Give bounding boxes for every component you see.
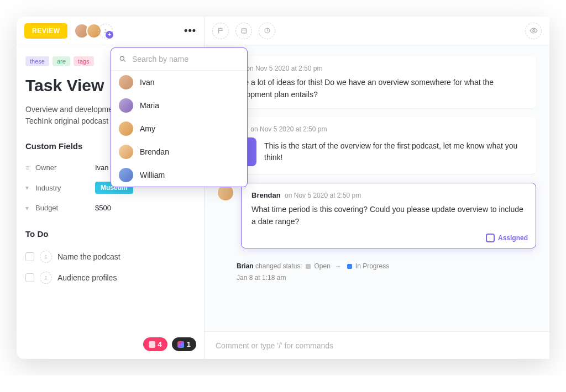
person-option[interactable]: Amy: [111, 117, 247, 140]
text-field-icon: ≡: [25, 164, 35, 172]
status-verb: changed status:: [255, 262, 302, 270]
badge-count: 1: [187, 340, 191, 348]
assignee-avatars: +: [74, 23, 113, 39]
person-name: Maria: [140, 101, 159, 110]
comment-body: I have a lot of ideas for this! Do we ha…: [228, 77, 526, 100]
tag[interactable]: tags: [74, 56, 94, 66]
svg-point-0: [105, 29, 107, 30]
integration-pill[interactable]: 4: [143, 337, 167, 351]
status-to: In Progress: [355, 262, 389, 270]
status-timestamp: Jan 8 at 1:18 am: [237, 274, 286, 282]
tag[interactable]: these: [25, 56, 49, 66]
people-search-dropdown: Ivan Maria Amy Brendan William: [111, 47, 248, 187]
person-option[interactable]: William: [111, 163, 247, 187]
flag-icon: [217, 27, 224, 34]
right-toolbar: [205, 17, 549, 45]
tag[interactable]: are: [53, 56, 70, 66]
review-status-button[interactable]: REVIEW: [24, 23, 67, 39]
field-label: Budget: [35, 204, 95, 212]
comment-card[interactable]: Maria on Nov 5 2020 at 2:50 pm This is t…: [218, 117, 536, 174]
date-button[interactable]: [235, 23, 252, 39]
svg-rect-5: [242, 29, 247, 33]
assigned-label: Assigned: [498, 234, 528, 242]
svg-point-3: [120, 56, 124, 60]
add-assignee-button[interactable]: +: [98, 24, 113, 38]
comment-timestamp: on Nov 5 2020 at 2:50 pm: [250, 125, 327, 133]
time-button[interactable]: [259, 23, 275, 39]
avatar: [119, 98, 133, 113]
checkbox[interactable]: [25, 273, 34, 282]
field-value[interactable]: $500: [95, 204, 111, 212]
status-from: Open: [314, 262, 330, 270]
assigned-comment-card[interactable]: Brendan on Nov 5 2020 at 2:50 pm What ti…: [241, 183, 536, 248]
status-color-icon: [347, 264, 352, 269]
integration-badges: 4 1: [143, 337, 196, 351]
svg-point-2: [45, 276, 47, 278]
eye-icon: [530, 27, 538, 35]
todo-label: Name the podcast: [57, 252, 120, 261]
person-option[interactable]: Ivan: [111, 71, 247, 94]
status-user: Brian: [237, 262, 254, 270]
figma-icon: [177, 341, 184, 348]
arrow-icon: →: [334, 262, 341, 270]
comment-author: Brendan: [251, 191, 281, 199]
comment-body: This is the start of the overview for th…: [264, 140, 526, 164]
plus-icon: +: [106, 31, 113, 39]
person-name: Amy: [140, 124, 155, 133]
person-name: William: [140, 171, 165, 179]
avatar: [119, 75, 133, 89]
dropdown-field-icon: ▾: [25, 184, 35, 192]
field-value[interactable]: Ivan: [95, 163, 109, 172]
comment-card[interactable]: Ivan on Nov 5 2020 at 2:50 pm I have a l…: [218, 56, 536, 108]
search-input[interactable]: [132, 55, 239, 63]
dropdown-field-icon: ▾: [25, 204, 35, 212]
more-menu-button[interactable]: •••: [184, 25, 196, 36]
checkbox-icon: [486, 234, 495, 242]
comment-timestamp: on Nov 5 2020 at 2:50 pm: [285, 192, 361, 199]
todo-item[interactable]: Name the podcast: [25, 246, 195, 267]
checkbox[interactable]: [25, 252, 34, 261]
todo-item[interactable]: Audience profiles: [25, 267, 195, 288]
assign-person-icon[interactable]: [40, 272, 52, 284]
badge-count: 4: [158, 340, 162, 348]
comment-composer[interactable]: Comment or type '/' for commands: [205, 331, 549, 359]
left-toolbar: REVIEW + •••: [17, 17, 204, 45]
status-change-log: Brian changed status: Open → In Progress…: [218, 257, 536, 284]
comment-body: What time period is this covering? Could…: [251, 204, 526, 240]
svg-point-1: [45, 255, 47, 257]
integration-pill[interactable]: 1: [172, 337, 196, 351]
field-label: Owner: [35, 163, 95, 172]
composer-placeholder: Comment or type '/' for commands: [216, 341, 333, 350]
todo-list: Name the podcast Audience profiles: [25, 246, 195, 288]
avatar[interactable]: [218, 185, 233, 200]
status-color-icon: [306, 264, 311, 269]
person-option[interactable]: Brendan: [111, 140, 247, 163]
svg-point-8: [532, 30, 534, 32]
comment-row: Brendan on Nov 5 2020 at 2:50 pm What ti…: [218, 183, 536, 248]
assign-person-icon[interactable]: [40, 251, 52, 263]
todo-label: Audience profiles: [57, 273, 117, 282]
search-icon: [119, 55, 127, 63]
left-panel: REVIEW + ••• these are tags Task View Ov…: [17, 17, 205, 359]
comment-timestamp: on Nov 5 2020 at 2:50 pm: [246, 65, 322, 72]
avatar: [119, 168, 133, 182]
person-name: Ivan: [140, 78, 154, 87]
app-window: REVIEW + ••• these are tags Task View Ov…: [17, 17, 549, 359]
field-label: Industry: [35, 184, 95, 192]
calendar-icon: [240, 27, 248, 34]
search-row: [111, 48, 247, 71]
avatar: [119, 121, 133, 136]
todo-heading: To Do: [25, 229, 195, 239]
person-name: Brendan: [140, 147, 169, 156]
field-row-budget: ▾ Budget $500: [25, 199, 195, 217]
svg-line-4: [124, 60, 125, 62]
avatar: [119, 145, 133, 159]
invision-icon: [149, 341, 155, 348]
assigned-badge[interactable]: Assigned: [486, 234, 528, 242]
right-panel: Ivan on Nov 5 2020 at 2:50 pm I have a l…: [205, 17, 549, 359]
comments-area: Ivan on Nov 5 2020 at 2:50 pm I have a l…: [205, 45, 549, 331]
person-option[interactable]: Maria: [111, 94, 247, 117]
flag-button[interactable]: [212, 23, 229, 39]
clock-icon: [264, 27, 271, 34]
watch-button[interactable]: [525, 23, 542, 39]
